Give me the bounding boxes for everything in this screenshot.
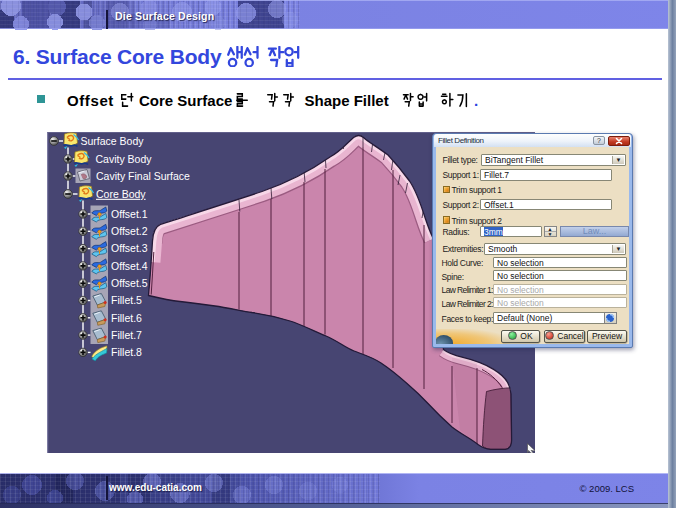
svg-text:Cavity Final Surface: Cavity Final Surface: [96, 170, 190, 182]
svg-text:Cavity Body: Cavity Body: [96, 153, 153, 165]
svg-text:Offset.5: Offset.5: [111, 277, 148, 289]
svg-text:Offset.1: Offset.1: [111, 208, 148, 220]
svg-text:Core Body: Core Body: [96, 188, 146, 200]
svg-text:Surface Body: Surface Body: [81, 135, 145, 147]
svg-text:Fillet.6: Fillet.6: [111, 312, 142, 324]
svg-text:Offset.4: Offset.4: [111, 260, 148, 272]
svg-text:Offset.3: Offset.3: [111, 242, 148, 254]
svg-text:Offset.2: Offset.2: [111, 225, 148, 237]
svg-text:Fillet.5: Fillet.5: [111, 294, 142, 306]
svg-text:Fillet.7: Fillet.7: [111, 329, 142, 341]
svg-text:Fillet.8: Fillet.8: [111, 346, 142, 358]
